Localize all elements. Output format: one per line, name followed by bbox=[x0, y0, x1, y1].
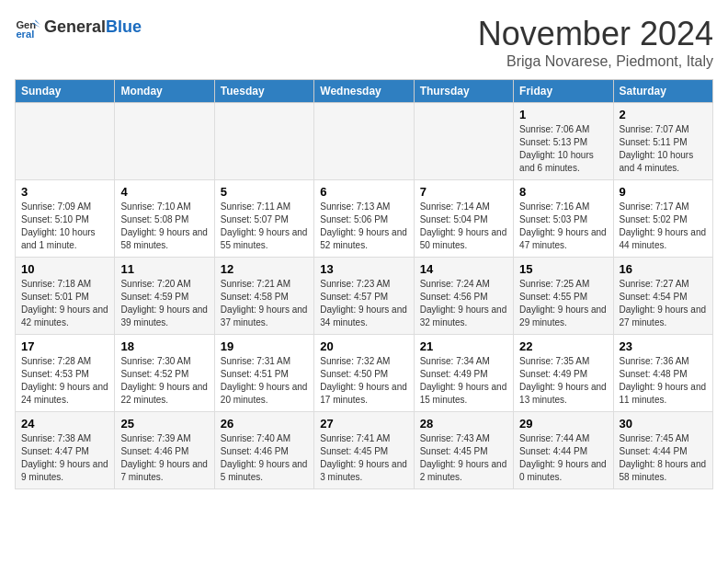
day-number: 12 bbox=[221, 262, 308, 276]
day-info: Sunrise: 7:40 AM Sunset: 4:46 PM Dayligh… bbox=[221, 432, 308, 484]
week-row-2: 10Sunrise: 7:18 AM Sunset: 5:01 PM Dayli… bbox=[16, 258, 713, 335]
day-number: 18 bbox=[120, 339, 208, 353]
day-info: Sunrise: 7:23 AM Sunset: 4:57 PM Dayligh… bbox=[320, 278, 407, 329]
day-number: 14 bbox=[420, 262, 507, 276]
day-info: Sunrise: 7:10 AM Sunset: 5:08 PM Dayligh… bbox=[120, 201, 208, 252]
logo-icon: Gen eral bbox=[15, 15, 40, 40]
weekday-header-row: SundayMondayTuesdayWednesdayThursdayFrid… bbox=[16, 80, 713, 103]
day-cell: 23Sunrise: 7:36 AM Sunset: 4:48 PM Dayli… bbox=[613, 335, 712, 412]
day-number: 28 bbox=[420, 417, 507, 431]
day-number: 20 bbox=[320, 339, 407, 353]
day-number: 3 bbox=[21, 185, 108, 199]
day-cell: 18Sunrise: 7:30 AM Sunset: 4:52 PM Dayli… bbox=[115, 335, 214, 412]
week-row-3: 17Sunrise: 7:28 AM Sunset: 4:53 PM Dayli… bbox=[16, 335, 713, 412]
week-row-0: 1Sunrise: 7:06 AM Sunset: 5:13 PM Daylig… bbox=[16, 103, 713, 180]
day-number: 26 bbox=[221, 417, 308, 431]
day-cell bbox=[214, 103, 313, 180]
day-cell: 3Sunrise: 7:09 AM Sunset: 5:10 PM Daylig… bbox=[16, 180, 115, 258]
day-info: Sunrise: 7:11 AM Sunset: 5:07 PM Dayligh… bbox=[221, 201, 308, 252]
day-cell: 10Sunrise: 7:18 AM Sunset: 5:01 PM Dayli… bbox=[16, 258, 115, 335]
day-number: 10 bbox=[21, 262, 108, 276]
day-number: 22 bbox=[519, 339, 607, 353]
day-cell: 30Sunrise: 7:45 AM Sunset: 4:44 PM Dayli… bbox=[613, 412, 712, 489]
day-number: 2 bbox=[620, 108, 707, 121]
day-cell bbox=[314, 103, 414, 180]
day-number: 5 bbox=[221, 185, 308, 199]
day-info: Sunrise: 7:20 AM Sunset: 4:59 PM Dayligh… bbox=[120, 278, 208, 329]
day-info: Sunrise: 7:43 AM Sunset: 4:45 PM Dayligh… bbox=[420, 432, 507, 484]
day-info: Sunrise: 7:13 AM Sunset: 5:06 PM Dayligh… bbox=[320, 201, 407, 252]
day-cell: 29Sunrise: 7:44 AM Sunset: 4:44 PM Dayli… bbox=[514, 412, 613, 489]
day-info: Sunrise: 7:28 AM Sunset: 4:53 PM Dayligh… bbox=[21, 355, 108, 407]
weekday-header-friday: Friday bbox=[514, 80, 613, 103]
logo-blue: Blue bbox=[106, 17, 142, 36]
day-number: 6 bbox=[320, 185, 407, 199]
day-info: Sunrise: 7:25 AM Sunset: 4:55 PM Dayligh… bbox=[519, 278, 607, 329]
day-cell bbox=[115, 103, 214, 180]
day-cell: 6Sunrise: 7:13 AM Sunset: 5:06 PM Daylig… bbox=[314, 180, 414, 258]
day-number: 1 bbox=[519, 108, 607, 121]
day-number: 7 bbox=[420, 185, 507, 199]
day-info: Sunrise: 7:45 AM Sunset: 4:44 PM Dayligh… bbox=[620, 432, 707, 484]
day-number: 29 bbox=[519, 417, 607, 431]
day-cell: 21Sunrise: 7:34 AM Sunset: 4:49 PM Dayli… bbox=[414, 335, 513, 412]
day-number: 15 bbox=[519, 262, 607, 276]
weekday-header-sunday: Sunday bbox=[16, 80, 115, 103]
day-cell: 16Sunrise: 7:27 AM Sunset: 4:54 PM Dayli… bbox=[613, 258, 712, 335]
logo-general: General bbox=[44, 17, 106, 36]
day-cell: 14Sunrise: 7:24 AM Sunset: 4:56 PM Dayli… bbox=[414, 258, 513, 335]
day-number: 21 bbox=[420, 339, 507, 353]
week-row-4: 24Sunrise: 7:38 AM Sunset: 4:47 PM Dayli… bbox=[16, 412, 713, 489]
day-info: Sunrise: 7:09 AM Sunset: 5:10 PM Dayligh… bbox=[21, 201, 108, 252]
day-number: 8 bbox=[519, 185, 607, 199]
day-number: 13 bbox=[320, 262, 407, 276]
weekday-header-tuesday: Tuesday bbox=[214, 80, 313, 103]
day-cell: 25Sunrise: 7:39 AM Sunset: 4:46 PM Dayli… bbox=[115, 412, 214, 489]
day-cell: 28Sunrise: 7:43 AM Sunset: 4:45 PM Dayli… bbox=[414, 412, 513, 489]
day-cell: 9Sunrise: 7:17 AM Sunset: 5:02 PM Daylig… bbox=[613, 180, 712, 258]
day-number: 19 bbox=[221, 339, 308, 353]
day-number: 24 bbox=[21, 417, 108, 431]
day-cell bbox=[414, 103, 513, 180]
day-info: Sunrise: 7:06 AM Sunset: 5:13 PM Dayligh… bbox=[519, 123, 607, 175]
page-header: Gen eral GeneralBlue November 2024 Briga… bbox=[15, 15, 713, 70]
weekday-header-thursday: Thursday bbox=[414, 80, 513, 103]
day-cell: 4Sunrise: 7:10 AM Sunset: 5:08 PM Daylig… bbox=[115, 180, 214, 258]
day-info: Sunrise: 7:39 AM Sunset: 4:46 PM Dayligh… bbox=[120, 432, 208, 484]
day-info: Sunrise: 7:36 AM Sunset: 4:48 PM Dayligh… bbox=[620, 355, 707, 407]
day-info: Sunrise: 7:31 AM Sunset: 4:51 PM Dayligh… bbox=[221, 355, 308, 407]
day-cell: 2Sunrise: 7:07 AM Sunset: 5:11 PM Daylig… bbox=[613, 103, 712, 180]
week-row-1: 3Sunrise: 7:09 AM Sunset: 5:10 PM Daylig… bbox=[16, 180, 713, 258]
day-cell: 7Sunrise: 7:14 AM Sunset: 5:04 PM Daylig… bbox=[414, 180, 513, 258]
day-cell: 26Sunrise: 7:40 AM Sunset: 4:46 PM Dayli… bbox=[214, 412, 313, 489]
day-cell: 17Sunrise: 7:28 AM Sunset: 4:53 PM Dayli… bbox=[16, 335, 115, 412]
day-number: 17 bbox=[21, 339, 108, 353]
day-cell: 20Sunrise: 7:32 AM Sunset: 4:50 PM Dayli… bbox=[314, 335, 414, 412]
calendar-table: SundayMondayTuesdayWednesdayThursdayFrid… bbox=[15, 79, 713, 489]
location-subtitle: Briga Novarese, Piedmont, Italy bbox=[478, 53, 713, 70]
day-cell: 15Sunrise: 7:25 AM Sunset: 4:55 PM Dayli… bbox=[514, 258, 613, 335]
day-cell: 11Sunrise: 7:20 AM Sunset: 4:59 PM Dayli… bbox=[115, 258, 214, 335]
day-info: Sunrise: 7:27 AM Sunset: 4:54 PM Dayligh… bbox=[620, 278, 707, 329]
day-info: Sunrise: 7:41 AM Sunset: 4:45 PM Dayligh… bbox=[320, 432, 407, 484]
day-info: Sunrise: 7:32 AM Sunset: 4:50 PM Dayligh… bbox=[320, 355, 407, 407]
day-info: Sunrise: 7:38 AM Sunset: 4:47 PM Dayligh… bbox=[21, 432, 108, 484]
day-number: 30 bbox=[620, 417, 707, 431]
day-info: Sunrise: 7:35 AM Sunset: 4:49 PM Dayligh… bbox=[519, 355, 607, 407]
weekday-header-monday: Monday bbox=[115, 80, 214, 103]
day-info: Sunrise: 7:16 AM Sunset: 5:03 PM Dayligh… bbox=[519, 201, 607, 252]
day-cell: 24Sunrise: 7:38 AM Sunset: 4:47 PM Dayli… bbox=[16, 412, 115, 489]
day-number: 4 bbox=[120, 185, 208, 199]
day-info: Sunrise: 7:18 AM Sunset: 5:01 PM Dayligh… bbox=[21, 278, 108, 329]
day-number: 9 bbox=[620, 185, 707, 199]
day-cell: 1Sunrise: 7:06 AM Sunset: 5:13 PM Daylig… bbox=[514, 103, 613, 180]
day-number: 25 bbox=[120, 417, 208, 431]
day-cell: 22Sunrise: 7:35 AM Sunset: 4:49 PM Dayli… bbox=[514, 335, 613, 412]
svg-marker-2 bbox=[35, 20, 40, 26]
day-info: Sunrise: 7:21 AM Sunset: 4:58 PM Dayligh… bbox=[221, 278, 308, 329]
logo: Gen eral GeneralBlue bbox=[15, 15, 142, 40]
day-info: Sunrise: 7:17 AM Sunset: 5:02 PM Dayligh… bbox=[620, 201, 707, 252]
day-info: Sunrise: 7:44 AM Sunset: 4:44 PM Dayligh… bbox=[519, 432, 607, 484]
day-cell: 8Sunrise: 7:16 AM Sunset: 5:03 PM Daylig… bbox=[514, 180, 613, 258]
day-cell: 12Sunrise: 7:21 AM Sunset: 4:58 PM Dayli… bbox=[214, 258, 313, 335]
